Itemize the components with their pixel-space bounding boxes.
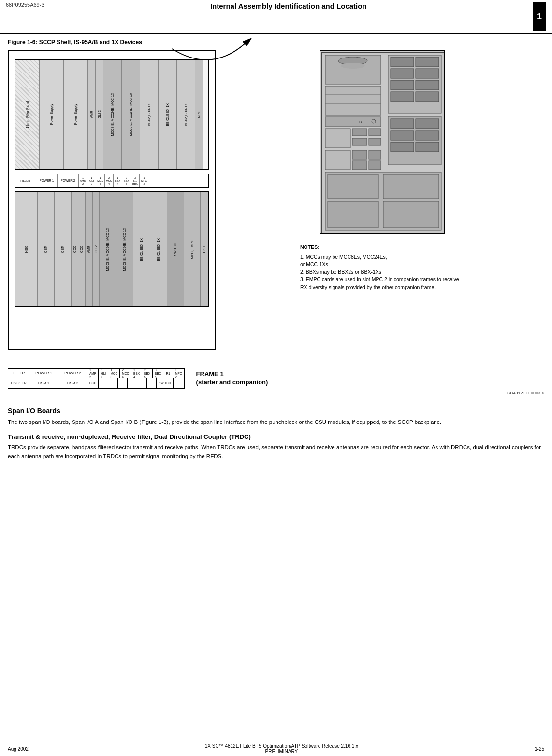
doc-number: 68P09255A69-3 — [6, 2, 44, 8]
svg-rect-40 — [328, 201, 378, 228]
fs-bbx3: 3BBX6 — [153, 369, 163, 378]
fs-filler: FILLER — [8, 369, 29, 378]
slot-csm2: CSM — [55, 192, 72, 306]
page-number-area: 1 — [533, 2, 546, 31]
notes-box: NOTES: 1. MCCs may be MCC8Es, MCC24Es,or… — [300, 244, 465, 291]
note-2: 2. BBXs may be BBX2s or BBX-1Xs — [300, 268, 465, 276]
lbl-mcc4: 2MCC4 — [105, 174, 114, 187]
lbl-amr-num: 1AMR2 — [79, 174, 87, 187]
slot-bbx2: BBX2, BBX-1X — [159, 60, 177, 169]
figure-area: 19mm Filler Panel Power Supply Power Sup… — [8, 50, 544, 350]
svg-rect-31 — [391, 119, 414, 129]
slot-gli2-lower: GLI 2 — [93, 192, 100, 306]
slot-mcc-lower2: MCC8 E, MCC24E, MCC-1X — [116, 192, 133, 306]
fs-mcc1: 1MCC3 — [108, 369, 120, 378]
svg-rect-36 — [416, 142, 439, 152]
lbl-bbx5: 2BBX5 — [122, 174, 131, 187]
fs-hso: HSO/LFR — [8, 378, 29, 388]
slot-power1: Power Supply — [40, 60, 64, 169]
slot-mpc-empc: MPC, EMPC — [184, 192, 201, 306]
trdc-body: TRDCs provide separate, bandpass-filtere… — [8, 443, 544, 461]
slot-power2: Power Supply — [64, 60, 88, 169]
frame-subtitle: (starter and companion) — [196, 378, 268, 387]
svg-rect-24 — [369, 138, 381, 145]
lbl-bbx4: 1BBX4 — [114, 174, 122, 187]
shelf-diagram: 19mm Filler Panel Power Supply Power Sup… — [8, 50, 216, 350]
fs-empty7 — [174, 378, 183, 388]
span-io-body: The two span I/O boards, Span I/O A and … — [8, 418, 544, 426]
slot-switch: SWITCH — [167, 192, 184, 306]
svg-rect-28 — [369, 150, 381, 159]
svg-rect-7 — [391, 69, 414, 78]
slot-mpc-label: MPC — [196, 110, 202, 119]
fs-gli1: 1GLI2 — [99, 369, 108, 378]
svg-rect-38 — [328, 174, 378, 199]
slot-power1-label: Power Supply — [49, 103, 55, 126]
page-title: Internal Assembly Identification and Loc… — [44, 2, 533, 10]
note-3: 3. EMPC cards are used in slot MPC 2 in … — [300, 276, 465, 291]
slot-filler-panel: 19mm Filler Panel — [15, 60, 40, 169]
slot-bbx-lower2-label: BBX2, BBX-1X — [156, 237, 161, 262]
frame-strip: FILLER POWER 1 POWER 2 1AMR2 1GLI2 1MCC3… — [8, 368, 185, 389]
slot-hso: HSO — [15, 192, 38, 306]
fs-csm2: CSM 2 — [58, 378, 87, 388]
svg-rect-22 — [352, 138, 367, 145]
slot-bbx3-label: BBX2, BBX-1X — [183, 102, 189, 127]
slot-csm1-label: CSM — [43, 245, 49, 254]
svg-rect-27 — [352, 161, 367, 170]
svg-rect-35 — [391, 142, 414, 152]
page-content: Figure 1-6: SCCP Shelf, IS-95A/B and 1X … — [0, 34, 552, 469]
note-1: 1. MCCs may be MCC8Es, MCC24Es,or MCC-1X… — [300, 253, 465, 269]
trdc-heading: Transmit & receive, non-duplexed, Receiv… — [8, 433, 544, 440]
frame-title: FRAME 1 — [196, 370, 268, 378]
svg-rect-21 — [352, 129, 367, 136]
svg-rect-5 — [391, 57, 414, 67]
lbl-gli-num: 1GLI2 — [87, 174, 96, 187]
fs-ccd: CCD — [87, 378, 99, 388]
slot-switch-label: SWITCH — [173, 242, 178, 257]
footer-center-line2: PRELIMINARY — [29, 749, 535, 754]
slot-mcc-lower1-label: MCC8 E, MCC24E, MCC-1X — [105, 227, 111, 272]
slot-amr: AMR — [88, 60, 96, 169]
slot-gli2: GLI 2 — [96, 60, 103, 169]
svg-rect-26 — [352, 150, 367, 159]
slot-ccd1-label: CCD — [72, 245, 78, 254]
fs-empty2 — [108, 378, 118, 388]
svg-text:B: B — [359, 120, 362, 124]
fs-amr1: 1AMR2 — [87, 369, 99, 378]
slot-ccd2-label: CCD — [79, 245, 85, 254]
tower-image: ............ B — [320, 50, 445, 234]
slot-mcc1-label: MCC8 E, MCC24E, MCC-1X — [110, 92, 116, 137]
svg-rect-34 — [416, 131, 439, 140]
frame-strip-row1: FILLER POWER 1 POWER 2 1AMR2 1GLI2 1MCC3… — [8, 369, 184, 378]
svg-rect-11 — [391, 92, 414, 102]
notes-title: NOTES: — [300, 244, 465, 251]
slot-bbx1: BBX2, BBX-1X — [140, 60, 159, 169]
slot-gli2-lower-label: GLI 2 — [93, 244, 99, 254]
svg-rect-29 — [369, 161, 381, 170]
slot-mcc2-label: MCC8 E, MCC24E, MCC-1X — [128, 92, 134, 137]
slot-amr-lower: AMR — [86, 192, 93, 306]
slot-mcc-lower2-label: MCC8 E, MCC24E, MCC-1X — [122, 227, 128, 272]
svg-rect-10 — [416, 80, 439, 90]
fs-empty6 — [147, 378, 157, 388]
slot-cio-label: C/IO — [202, 245, 207, 254]
fs-mpc-1: 1MPC2 — [173, 369, 184, 378]
slot-bbx2-label: BBX2, BBX-1X — [165, 102, 171, 127]
fs-mcc2: 2MCC4 — [120, 369, 131, 378]
slot-bbx-lower2: BBX2, BBX-1X — [150, 192, 167, 306]
svg-rect-20 — [325, 129, 350, 148]
svg-rect-12 — [416, 92, 439, 102]
svg-rect-41 — [383, 201, 439, 228]
frame-title-area: FRAME 1 (starter and companion) — [196, 370, 268, 387]
figure-label: Figure 1-6: — [8, 39, 37, 45]
slot-mcc1: MCC8 E, MCC24E, MCC-1X — [103, 60, 122, 169]
slot-bbx3: BBX2, BBX-1X — [177, 60, 195, 169]
fs-empty5 — [137, 378, 147, 388]
page-header: 68P09255A69-3 Internal Assembly Identifi… — [0, 0, 552, 34]
frame-label-area: FILLER POWER 1 POWER 2 1AMR2 1GLI2 1MCC3… — [8, 368, 544, 389]
slot-amr-label: AMR — [89, 110, 95, 119]
slot-ccd1: CCD — [72, 192, 79, 306]
lower-shelf: HSO CSM CSM CCD CCD — [15, 191, 209, 307]
slot-csm1: CSM — [38, 192, 55, 306]
